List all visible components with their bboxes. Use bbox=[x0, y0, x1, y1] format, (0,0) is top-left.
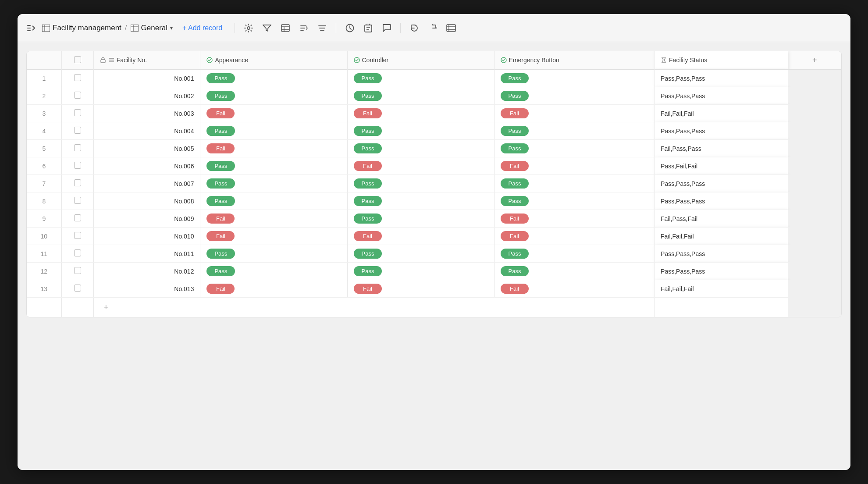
table-row[interactable]: 3 No.003 Fail Fail Fail Fail,Fail,Fail bbox=[27, 105, 841, 122]
row-controller-10: Fail bbox=[347, 228, 494, 245]
clipboard-icon-button[interactable] bbox=[361, 21, 376, 36]
sort-icon-button[interactable] bbox=[296, 21, 311, 36]
row-checkbox-8[interactable] bbox=[61, 192, 93, 210]
row-add-6 bbox=[788, 157, 841, 175]
row-emergency-2: Pass bbox=[494, 87, 655, 105]
row-checkbox-10[interactable] bbox=[61, 228, 93, 245]
row-emergency-3: Fail bbox=[494, 105, 655, 122]
schedule-icon-button[interactable] bbox=[342, 21, 357, 36]
main-content: Facility No. Appearance bbox=[18, 42, 850, 470]
col-controller-header[interactable]: Controller bbox=[347, 51, 494, 70]
row-emergency-10: Fail bbox=[494, 228, 655, 245]
row-facility-no-13: No.013 bbox=[93, 280, 200, 298]
row-num-10: 10 bbox=[27, 228, 61, 245]
row-checkbox-2[interactable] bbox=[61, 87, 93, 105]
col-appearance-header[interactable]: Appearance bbox=[200, 51, 347, 70]
row-status-7: Pass,Pass,Pass bbox=[655, 175, 788, 192]
row-emergency-9: Fail bbox=[494, 210, 655, 228]
table-row[interactable]: 8 No.008 Pass Pass Pass Pass,Pass,Pass bbox=[27, 192, 841, 210]
row-controller-4: Pass bbox=[347, 122, 494, 140]
row-appearance-4: Pass bbox=[200, 122, 347, 140]
col-status-header[interactable]: Facility Status bbox=[655, 51, 788, 70]
row-status-10: Fail,Fail,Fail bbox=[655, 228, 788, 245]
table-row[interactable]: 7 No.007 Pass Pass Pass Pass,Pass,Pass bbox=[27, 175, 841, 192]
table-row[interactable]: 10 No.010 Fail Fail Fail Fail,Fail,Fail bbox=[27, 228, 841, 245]
divider-2 bbox=[336, 23, 336, 33]
row-facility-no-8: No.008 bbox=[93, 192, 200, 210]
lock-icon bbox=[100, 57, 106, 63]
breadcrumb-title: Facility management bbox=[53, 24, 121, 32]
col-emergency-header[interactable]: Emergency Button bbox=[494, 51, 655, 70]
row-num-5: 5 bbox=[27, 140, 61, 157]
check-circle-icon-controller bbox=[354, 57, 360, 63]
table-row[interactable]: 12 No.012 Pass Pass Pass Pass,Pass,Pass bbox=[27, 263, 841, 280]
table-row[interactable]: 11 No.011 Pass Pass Pass Pass,Pass,Pass bbox=[27, 245, 841, 263]
table-row[interactable]: 5 No.005 Fail Pass Pass Fail,Pass,Pass bbox=[27, 140, 841, 157]
add-record-button[interactable]: + Add record bbox=[176, 21, 228, 35]
row-controller-12: Pass bbox=[347, 263, 494, 280]
row-status-2: Pass,Pass,Pass bbox=[655, 87, 788, 105]
undo-icon-button[interactable] bbox=[407, 21, 422, 36]
app-window: Facility management / General ▾ + Add re… bbox=[18, 14, 850, 470]
breadcrumb-table-icon: Facility management bbox=[42, 24, 121, 32]
col-checkbox-header[interactable] bbox=[61, 51, 93, 70]
row-checkbox-1[interactable] bbox=[61, 70, 93, 87]
add-row[interactable]: + bbox=[27, 298, 841, 317]
row-facility-no-1: No.001 bbox=[93, 70, 200, 87]
add-row-btn-cell[interactable]: + bbox=[93, 298, 654, 317]
row-appearance-3: Fail bbox=[200, 105, 347, 122]
redo-icon-button[interactable] bbox=[425, 21, 440, 36]
svg-rect-1 bbox=[27, 28, 31, 28]
table-header-row: Facility No. Appearance bbox=[27, 51, 841, 70]
row-controller-2: Pass bbox=[347, 87, 494, 105]
select-all-checkbox[interactable] bbox=[74, 56, 81, 63]
toolbar: Facility management / General ▾ + Add re… bbox=[18, 14, 850, 42]
svg-rect-2 bbox=[27, 30, 31, 31]
add-row-plus-button[interactable]: + bbox=[100, 301, 112, 313]
row-checkbox-6[interactable] bbox=[61, 157, 93, 175]
row-appearance-12: Pass bbox=[200, 263, 347, 280]
fields-icon-button[interactable] bbox=[278, 21, 293, 36]
divider-1 bbox=[235, 23, 235, 33]
history-icon-button[interactable] bbox=[444, 21, 459, 36]
row-checkbox-4[interactable] bbox=[61, 122, 93, 140]
row-add-5 bbox=[788, 140, 841, 157]
table-row[interactable]: 1 No.001 Pass Pass Pass Pass,Pass,Pass bbox=[27, 70, 841, 87]
row-num-1: 1 bbox=[27, 70, 61, 87]
row-num-2: 2 bbox=[27, 87, 61, 105]
row-checkbox-7[interactable] bbox=[61, 175, 93, 192]
add-column-icon[interactable]: + bbox=[812, 56, 817, 64]
col-facility-no-header[interactable]: Facility No. bbox=[93, 51, 200, 70]
row-appearance-13: Fail bbox=[200, 280, 347, 298]
svg-rect-21 bbox=[365, 25, 372, 32]
breadcrumb-view[interactable]: General ▾ bbox=[131, 24, 173, 32]
group-icon-button[interactable] bbox=[315, 21, 330, 36]
row-status-6: Pass,Fail,Fail bbox=[655, 157, 788, 175]
row-facility-no-11: No.011 bbox=[93, 245, 200, 263]
settings-icon-button[interactable] bbox=[241, 21, 256, 36]
row-checkbox-9[interactable] bbox=[61, 210, 93, 228]
col-add-header[interactable]: + bbox=[788, 51, 841, 70]
row-emergency-8: Pass bbox=[494, 192, 655, 210]
row-checkbox-3[interactable] bbox=[61, 105, 93, 122]
breadcrumb: Facility management / General ▾ bbox=[42, 24, 173, 32]
list-icon bbox=[108, 57, 114, 63]
table-row[interactable]: 2 No.002 Pass Pass Pass Pass,Pass,Pass bbox=[27, 87, 841, 105]
comment-icon-button[interactable] bbox=[379, 21, 394, 36]
table-body: 1 No.001 Pass Pass Pass Pass,Pass,Pass 2… bbox=[27, 70, 841, 317]
svg-rect-24 bbox=[447, 25, 455, 32]
table-row[interactable]: 4 No.004 Pass Pass Pass Pass,Pass,Pass bbox=[27, 122, 841, 140]
filter-icon-button[interactable] bbox=[260, 21, 274, 36]
row-num-7: 7 bbox=[27, 175, 61, 192]
row-facility-no-5: No.005 bbox=[93, 140, 200, 157]
table-row[interactable]: 6 No.006 Pass Fail Fail Pass,Fail,Fail bbox=[27, 157, 841, 175]
row-checkbox-11[interactable] bbox=[61, 245, 93, 263]
row-controller-6: Fail bbox=[347, 157, 494, 175]
collapse-sidebar-button[interactable] bbox=[25, 21, 39, 35]
row-emergency-12: Pass bbox=[494, 263, 655, 280]
table-row[interactable]: 9 No.009 Fail Pass Fail Fail,Pass,Fail bbox=[27, 210, 841, 228]
row-checkbox-13[interactable] bbox=[61, 280, 93, 298]
row-checkbox-12[interactable] bbox=[61, 263, 93, 280]
row-checkbox-5[interactable] bbox=[61, 140, 93, 157]
table-row[interactable]: 13 No.013 Fail Fail Fail Fail,Fail,Fail bbox=[27, 280, 841, 298]
